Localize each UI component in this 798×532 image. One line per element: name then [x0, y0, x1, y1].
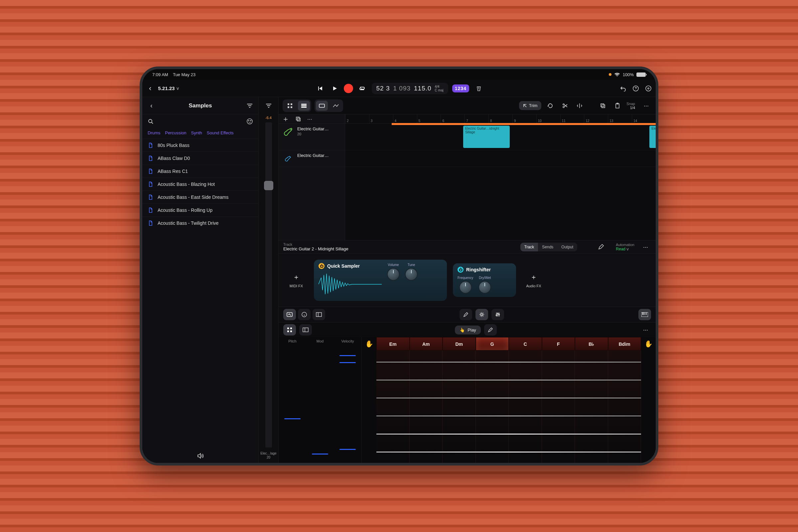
sample-item[interactable]: ABass Claw D0 [142, 152, 258, 165]
sidebar-back-button[interactable]: ‹ [148, 100, 155, 111]
inspector-more-button[interactable]: ⋯ [640, 241, 651, 253]
project-title[interactable]: 5.21.23 ⅴ [158, 86, 179, 91]
sample-item[interactable]: 80s Pluck Bass [142, 139, 258, 152]
chord-bb[interactable]: B♭ [575, 337, 608, 350]
sidebar-toggle-button[interactable] [299, 324, 312, 336]
mixer-button[interactable] [491, 309, 504, 320]
pencil-button[interactable] [459, 309, 472, 320]
string-4[interactable] [376, 416, 641, 416]
sample-list[interactable]: 80s Pluck Bass ABass Claw D0 ABass Res C… [142, 139, 258, 449]
edit-button[interactable] [598, 244, 604, 250]
region-view-button[interactable] [316, 101, 328, 111]
chip-drums[interactable]: Drums [148, 130, 160, 135]
chord-am[interactable]: Am [410, 337, 443, 350]
grid-button[interactable] [283, 324, 296, 336]
track-lane-1[interactable]: Electric Guitar…idnight Sillage Electric [345, 124, 656, 150]
string-3[interactable] [376, 398, 641, 398]
audio-fx-slot[interactable]: ＋ Audio FX [522, 273, 545, 288]
duplicate-track-button[interactable] [295, 116, 301, 122]
keyboard-button[interactable] [639, 309, 651, 320]
track-more-button[interactable]: ⋯ [307, 116, 312, 122]
track-header-1[interactable]: Electric Guitar… 20 [279, 124, 345, 150]
power-icon[interactable]: ⏻ [319, 263, 324, 269]
add-track-button[interactable]: ＋ [282, 114, 289, 124]
volume-fader[interactable] [265, 122, 272, 448]
record-button[interactable] [344, 84, 353, 93]
snap-display[interactable]: Snap 1/4 [626, 102, 635, 110]
chord-f[interactable]: F [542, 337, 575, 350]
region-1[interactable]: Electric Guitar…idnight Sillage [463, 126, 510, 148]
track-area[interactable]: 234567891011121314 Electric Guitar…idnig… [345, 114, 656, 240]
search-button[interactable] [148, 118, 154, 125]
volume-knob[interactable]: Volume [387, 263, 400, 281]
string-board[interactable] [376, 350, 641, 463]
sample-item[interactable]: Acoustic Bass - East Side Dreams [142, 191, 258, 204]
sample-item[interactable]: Acoustic Bass - Rolling Up [142, 204, 258, 216]
chord-g[interactable]: G [476, 337, 509, 350]
metronome-button[interactable] [473, 83, 484, 94]
midi-fx-slot[interactable]: ＋ MIDI FX [285, 273, 308, 288]
sample-item[interactable]: Acoustic Bass - Twilight Drive [142, 216, 258, 229]
speaker-icon[interactable] [197, 453, 204, 459]
drywet-knob[interactable]: Dry/Wet [478, 276, 491, 293]
undo-button[interactable] [620, 86, 626, 92]
track-header-2[interactable]: Electric Guitar… [279, 150, 345, 167]
cycle-button[interactable] [357, 83, 368, 94]
chord-em[interactable]: Em [376, 337, 410, 350]
plugin-ringshifter[interactable]: ⏻Ringshifter Frequency Dry/Wet [453, 263, 516, 297]
lcd-display[interactable]: 52 3 1 093 115.0 4/4 C maj [372, 83, 448, 94]
info-button[interactable] [298, 309, 310, 320]
play-mode-pill[interactable]: 👆 Play [455, 325, 480, 335]
hand-left-icon[interactable]: ✋ [362, 337, 376, 463]
bar-ruler[interactable]: 234567891011121314 [345, 114, 656, 124]
add-audio-fx-button[interactable]: ＋ [529, 273, 538, 282]
region-1b[interactable]: Electric [649, 126, 656, 148]
list-view-button[interactable] [298, 101, 310, 111]
chord-dm[interactable]: Dm [442, 337, 476, 350]
loop-button[interactable] [545, 100, 556, 111]
frequency-knob[interactable]: Frequency [457, 276, 473, 293]
chord-bdim[interactable]: Bdim [608, 337, 641, 350]
tab-sends[interactable]: Sends [538, 243, 557, 251]
trim-tool[interactable]: Trim [519, 101, 542, 110]
settings-button[interactable] [645, 85, 652, 92]
plugin-quick-sampler[interactable]: ⏻Quick Sampler Volume Tune [314, 260, 447, 301]
play-button[interactable] [329, 83, 341, 94]
chip-synth[interactable]: Synth [191, 130, 202, 135]
grid-view-button[interactable] [284, 101, 296, 111]
chip-sound-effects[interactable]: Sound Effects [207, 130, 234, 135]
copy-button[interactable] [597, 100, 608, 111]
sample-item[interactable]: Acoustic Bass - Blazing Hot [142, 177, 258, 191]
track-lane-2[interactable] [345, 150, 656, 167]
string-5[interactable] [376, 434, 641, 435]
string-1[interactable] [376, 362, 641, 362]
paste-button[interactable] [612, 100, 623, 111]
help-button[interactable] [632, 85, 639, 92]
string-6[interactable] [376, 452, 641, 453]
fader-thumb[interactable] [264, 181, 273, 190]
chord-c[interactable]: C [509, 337, 542, 350]
power-icon[interactable]: ⏻ [457, 267, 463, 273]
library-button[interactable] [283, 309, 296, 320]
bottom-more-button[interactable]: ⋯ [640, 324, 651, 336]
velocity-slider[interactable] [334, 346, 361, 463]
hand-right-icon[interactable]: ✋ [641, 337, 656, 463]
more-button[interactable]: ⋯ [640, 100, 652, 111]
automation-view-button[interactable] [330, 101, 342, 111]
tab-track[interactable]: Track [520, 243, 538, 251]
meter-settings-button[interactable] [265, 97, 272, 114]
split-button[interactable] [574, 100, 585, 111]
pitch-slider[interactable] [279, 346, 306, 463]
brightness-button[interactable] [475, 309, 488, 320]
face-icon[interactable] [246, 118, 253, 125]
string-2[interactable] [376, 380, 641, 380]
back-button[interactable]: ‹ [146, 83, 154, 94]
scissors-button[interactable] [559, 100, 571, 111]
add-midi-fx-button[interactable]: ＋ [291, 273, 301, 282]
tab-output[interactable]: Output [557, 243, 577, 251]
panel-button[interactable] [312, 309, 325, 320]
filter-button[interactable] [246, 103, 253, 108]
sample-item[interactable]: ABass Res C1 [142, 165, 258, 177]
mod-slider[interactable] [306, 346, 334, 463]
chip-percussion[interactable]: Percussion [165, 130, 186, 135]
